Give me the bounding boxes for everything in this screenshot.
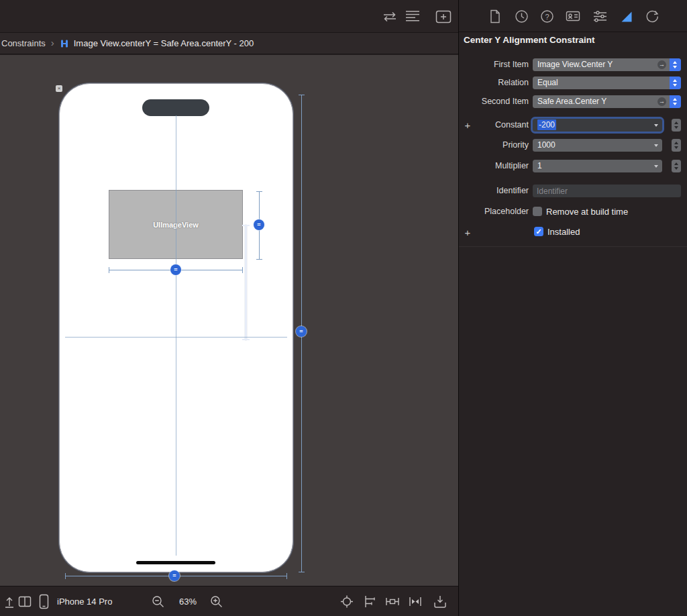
- first-item-popup[interactable]: Image View.Center Y →: [533, 58, 681, 71]
- home-indicator: [136, 561, 215, 564]
- priority-field[interactable]: 1000: [533, 139, 662, 152]
- constant-stepper[interactable]: [672, 119, 681, 132]
- design-canvas[interactable]: × UIImageView = = = =: [0, 55, 458, 586]
- swap-editors-icon[interactable]: [381, 11, 399, 23]
- selected-centery-constraint[interactable]: [245, 225, 247, 340]
- constant-value: -200: [537, 119, 556, 130]
- priority-stepper[interactable]: [672, 139, 681, 152]
- popup-chevrons-icon: [670, 58, 681, 71]
- popup-chevrons-icon: [670, 95, 681, 108]
- multiplier-field[interactable]: 1: [533, 160, 662, 172]
- priority-value: 1000: [537, 140, 556, 150]
- canvas-bottom-bar: iPhone 14 Pro 63%: [0, 586, 458, 616]
- relation-label: Relation: [459, 76, 529, 89]
- second-item-label: Second Item: [459, 95, 529, 108]
- popup-chevrons-icon: [670, 76, 681, 89]
- priority-label: Priority: [459, 139, 529, 152]
- tab-attributes-inspector[interactable]: [591, 8, 609, 24]
- multiplier-label: Multiplier: [459, 160, 529, 172]
- placeholder-checkbox-label: Remove at build time: [546, 207, 628, 217]
- identifier-label: Identifier: [459, 185, 529, 197]
- goto-arrow-icon[interactable]: →: [657, 97, 666, 106]
- installed-checkbox[interactable]: ✓: [534, 227, 543, 236]
- first-item-label: First Item: [459, 58, 529, 71]
- editor-options-icon[interactable]: [405, 10, 421, 22]
- multiplier-value: 1: [537, 161, 542, 170]
- tab-history-inspector[interactable]: [513, 8, 530, 24]
- add-installed-variation-button[interactable]: +: [462, 226, 473, 239]
- update-frames-icon[interactable]: [339, 595, 354, 609]
- split-editor-icon[interactable]: [18, 596, 32, 607]
- inspector-pane: ? Center Y Alignment Constraint First It…: [458, 0, 687, 616]
- multiplier-stepper[interactable]: [672, 160, 681, 172]
- placeholder-label: Placeholder: [459, 206, 529, 217]
- dynamic-island: [142, 99, 209, 116]
- orientation-icon[interactable]: [3, 595, 15, 608]
- constraint-badge[interactable]: =: [169, 570, 180, 581]
- constraint-icon: [60, 39, 69, 48]
- breadcrumb-chevron-icon: ›: [51, 37, 54, 48]
- resolve-autolayout-button[interactable]: [408, 595, 423, 608]
- tab-identity-inspector[interactable]: [564, 8, 582, 24]
- relation-popup[interactable]: Equal: [533, 76, 681, 89]
- identifier-field[interactable]: [533, 185, 681, 197]
- svg-text:?: ?: [545, 12, 549, 20]
- constraint-badge[interactable]: =: [254, 219, 264, 230]
- device-icon[interactable]: [39, 594, 49, 609]
- chevron-down-icon[interactable]: [654, 124, 658, 127]
- installed-checkbox-label: Installed: [547, 227, 580, 237]
- breadcrumb-root[interactable]: Constraints: [1, 38, 46, 48]
- zoom-level[interactable]: 63%: [169, 586, 207, 616]
- embed-button[interactable]: [433, 595, 447, 609]
- align-button[interactable]: [362, 595, 377, 608]
- section-divider: [459, 246, 687, 247]
- goto-arrow-icon[interactable]: →: [657, 60, 666, 69]
- zoom-out-icon[interactable]: [152, 595, 164, 608]
- constraint-badge[interactable]: =: [170, 264, 181, 275]
- tab-quick-help-inspector[interactable]: ?: [538, 8, 556, 24]
- second-item-popup[interactable]: Safe Area.Center Y →: [533, 95, 681, 108]
- jump-bar: Constraints › Image View.centerY = Safe …: [0, 32, 458, 54]
- tab-connections-inspector[interactable]: [643, 8, 661, 24]
- tab-file-inspector[interactable]: [486, 8, 504, 24]
- placeholder-checkbox[interactable]: [533, 207, 542, 216]
- add-constraints-button[interactable]: [385, 595, 400, 608]
- constant-label: Constant: [459, 119, 529, 132]
- constraint-badge[interactable]: =: [296, 326, 307, 337]
- tab-size-inspector[interactable]: [617, 8, 635, 24]
- breadcrumb-item[interactable]: Image View.centerY = Safe Area.centerY -…: [74, 38, 254, 48]
- editor-pane: Constraints › Image View.centerY = Safe …: [0, 0, 458, 616]
- first-item-value: Image View.Center Y: [537, 60, 613, 69]
- zoom-in-icon[interactable]: [210, 595, 223, 608]
- editor-toolbar: [0, 0, 458, 32]
- inspector-tabs: ?: [459, 0, 687, 32]
- constant-field[interactable]: -200: [533, 119, 662, 132]
- second-item-value: Safe Area.Center Y: [537, 97, 606, 106]
- inspector-title: Center Y Alignment Constraint: [464, 35, 595, 45]
- chevron-down-icon[interactable]: [654, 144, 658, 147]
- device-name[interactable]: iPhone 14 Pro: [57, 586, 112, 616]
- chevron-down-icon[interactable]: [654, 165, 658, 168]
- relation-value: Equal: [537, 78, 558, 87]
- add-editor-icon[interactable]: [435, 9, 452, 24]
- vertical-center-guide: [176, 115, 176, 556]
- horizontal-center-guide: [65, 337, 287, 338]
- close-handle-icon[interactable]: ×: [56, 85, 62, 92]
- check-icon: ✓: [535, 227, 541, 236]
